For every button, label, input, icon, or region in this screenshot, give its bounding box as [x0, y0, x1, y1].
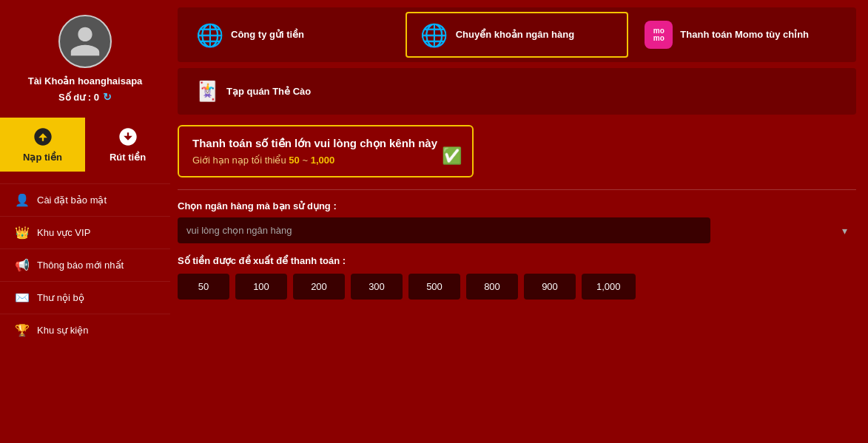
globe-icon-2: 🌐 — [420, 21, 448, 49]
amount-btn-800[interactable]: 800 — [466, 274, 518, 300]
nav-list: 👤 Cài đặt bảo mật 👑 Khu vực VIP 📢 Thông … — [0, 183, 170, 346]
vip-icon: 👑 — [15, 226, 30, 240]
bank-select[interactable]: vui lòng chọn ngân hàng — [178, 217, 710, 243]
trophy-icon: 🏆 — [15, 323, 30, 337]
second-tabs-row: 🃏 Tạp quán Thẻ Cào — [178, 68, 856, 115]
nav-item-events[interactable]: 🏆 Khu sự kiện — [0, 314, 170, 346]
bank-select-label: Chọn ngân hàng mà bạn sử dụng : — [178, 200, 856, 212]
nav-item-vip[interactable]: 👑 Khu vực VIP — [0, 216, 170, 248]
refresh-icon[interactable]: ↻ — [103, 91, 112, 103]
range-end: 1,000 — [311, 155, 335, 166]
rut-tien-button[interactable]: Rút tiền — [85, 118, 170, 172]
tab-momo[interactable]: momo Thanh toán Momo tùy chỉnh — [631, 12, 852, 58]
amount-btn-100[interactable]: 100 — [235, 274, 287, 300]
amount-btn-500[interactable]: 500 — [408, 274, 460, 300]
amount-buttons: 50 100 200 300 500 800 900 1,000 — [178, 274, 856, 300]
amount-btn-200[interactable]: 200 — [293, 274, 345, 300]
nav-item-notifications[interactable]: 📢 Thông báo mới nhất — [0, 248, 170, 281]
info-box-title: Thanh toán số tiền lớn vui lòng chọn kên… — [192, 137, 459, 150]
range-start: 50 — [289, 155, 299, 166]
main-content: 🌐 Công ty gửi tiền 🌐 Chuyển khoản ngân h… — [170, 0, 868, 443]
nav-item-messages[interactable]: ✉️ Thư nội bộ — [0, 281, 170, 314]
nap-tien-button[interactable]: Nạp tiền — [0, 118, 85, 172]
divider — [178, 189, 856, 190]
amount-btn-1000[interactable]: 1,000 — [582, 274, 636, 300]
tab-chuyen-khoan-label: Chuyển khoản ngân hàng — [456, 29, 574, 41]
tab-cong-ty-label: Công ty gửi tiền — [231, 29, 304, 41]
mail-icon: ✉️ — [15, 291, 30, 305]
sidebar: Tài Khoản hoanghaisapa Số dư : 0 ↻ Nạp t… — [0, 0, 170, 443]
account-name: Tài Khoản hoanghaisapa — [28, 75, 143, 87]
info-box: Thanh toán số tiền lớn vui lòng chọn kên… — [178, 125, 474, 177]
check-icon: ✅ — [442, 146, 462, 166]
tab-cong-ty[interactable]: 🌐 Công ty gửi tiền — [182, 12, 403, 58]
amount-btn-300[interactable]: 300 — [351, 274, 403, 300]
top-tabs-row: 🌐 Công ty gửi tiền 🌐 Chuyển khoản ngân h… — [178, 7, 856, 62]
notification-icon: 📢 — [15, 258, 30, 272]
security-icon: 👤 — [15, 193, 30, 207]
globe-icon-1: 🌐 — [195, 21, 223, 49]
avatar — [58, 15, 112, 68]
action-buttons: Nạp tiền Rút tiền — [0, 118, 170, 172]
bank-select-wrap: vui lòng chọn ngân hàng ▾ — [178, 217, 856, 243]
amount-btn-900[interactable]: 900 — [524, 274, 576, 300]
info-box-subtitle: Giới hạn nạp tối thiểu 50 ~ 1,000 — [192, 155, 459, 166]
tab-the-cao-label: Tạp quán Thẻ Cào — [226, 86, 311, 97]
amount-btn-50[interactable]: 50 — [178, 274, 229, 300]
tab-momo-label: Thanh toán Momo tùy chỉnh — [680, 29, 809, 41]
nav-item-security[interactable]: 👤 Cài đặt bảo mật — [0, 183, 170, 216]
momo-icon: momo — [645, 21, 673, 49]
tab-chuyen-khoan[interactable]: 🌐 Chuyển khoản ngân hàng — [406, 12, 629, 58]
the-cao-icon: 🃏 — [195, 80, 219, 103]
select-arrow-icon: ▾ — [842, 225, 847, 237]
tab-the-cao[interactable]: 🃏 Tạp quán Thẻ Cào — [182, 72, 852, 110]
amount-label: Số tiền được đề xuất để thanh toán : — [178, 255, 856, 266]
balance: Số dư : 0 ↻ — [58, 91, 112, 103]
